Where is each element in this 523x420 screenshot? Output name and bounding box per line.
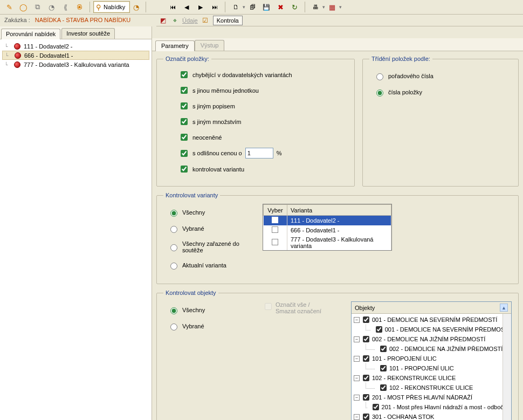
collapse-icon[interactable]: − bbox=[354, 356, 360, 362]
obj-checkbox[interactable] bbox=[363, 375, 369, 381]
tool-swirl-icon[interactable]: ֎ bbox=[73, 1, 85, 13]
chk-sjinymnozstvim[interactable]: s jiným množstvím bbox=[178, 116, 348, 127]
rad-obj-vsechny-input[interactable] bbox=[170, 307, 177, 314]
collapse-icon[interactable]: − bbox=[354, 336, 360, 342]
obj-tree-child[interactable]: 101 - PROPOJENÍ ULIC bbox=[353, 363, 510, 373]
tab-investor[interactable]: Investor soutěže bbox=[61, 28, 115, 39]
tab-parametry[interactable]: Parametry bbox=[155, 40, 195, 51]
rad-var-vsechny[interactable]: Všechny bbox=[168, 208, 255, 217]
obj-tree-child[interactable]: 201 - Most přes Hlavní nádraží a most - … bbox=[353, 402, 510, 412]
save-icon[interactable]: 💾 bbox=[260, 1, 272, 13]
chk-sjinympopisem[interactable]: s jiným popisem bbox=[178, 101, 348, 111]
nav-last-icon[interactable]: ⏭ bbox=[209, 1, 221, 13]
rad-var-zarazene[interactable]: Všechny zařazené do soutěže bbox=[168, 240, 255, 253]
rtool-red-icon[interactable]: ◩ bbox=[159, 16, 167, 25]
chk-sjinoumj-box[interactable] bbox=[181, 87, 188, 94]
input-percent[interactable] bbox=[245, 148, 273, 159]
rad-cisla-input[interactable] bbox=[376, 89, 383, 97]
collapse-icon[interactable]: − bbox=[354, 375, 360, 381]
obj-checkbox[interactable] bbox=[363, 414, 369, 420]
obj-checkbox[interactable] bbox=[373, 404, 379, 410]
table-row[interactable]: 666 - Dodavatel1 - bbox=[264, 225, 391, 235]
chk-sodlisnou-box[interactable] bbox=[181, 150, 188, 157]
tool-pencil-icon[interactable]: ✎ bbox=[3, 1, 15, 13]
obj-tree-parent[interactable]: −201 - MOST PŘES HLAVNÍ NÁDRAŽÍ bbox=[353, 393, 510, 402]
obj-checkbox[interactable] bbox=[363, 336, 369, 342]
chk-sjinymnozstvim-box[interactable] bbox=[181, 118, 188, 125]
chk-kontrolovat-box[interactable] bbox=[181, 166, 188, 173]
right-toolrow: ◩ ⌖ Údaje ☑ Kontrola bbox=[156, 15, 523, 26]
table-row[interactable]: 777 - Dodavatel3 - Kalkulovaná varianta bbox=[264, 235, 391, 250]
obj-tree-parent[interactable]: −102 - REKONSTRUKCE ULICE bbox=[353, 373, 510, 383]
chk-sjinympopisem-box[interactable] bbox=[181, 102, 188, 109]
chk-sjinoumj[interactable]: s jinou měrnou jednotkou bbox=[178, 85, 348, 95]
nabidky-pie-button[interactable]: ◔ bbox=[130, 1, 142, 13]
tree-item[interactable]: └ 666 - Dodavatel1 - bbox=[2, 51, 149, 60]
main-toolbar: ✎ ◯ ⧉ ◔ ⟪ ֎ ⚲ Nabídky ◔ ⏮ ◀ ▶ ⏭ 🗋 ▾ 🗐 💾 … bbox=[0, 0, 523, 15]
rad-poradoveho-input[interactable] bbox=[376, 73, 383, 80]
delete-icon[interactable]: ✖ bbox=[274, 1, 286, 13]
nav-prev-icon[interactable]: ◀ bbox=[181, 1, 192, 13]
obj-tree-parent[interactable]: −001 - DEMOLICE NA SEVERNÍM PŘEDMOSTÍ bbox=[353, 315, 510, 325]
tab-vystup[interactable]: Výstup bbox=[195, 40, 225, 51]
collapse-icon[interactable]: − bbox=[354, 317, 360, 323]
obj-tree-parent[interactable]: −002 - DEMOLICE NA JIŽNÍM PŘEDMOSTÍ bbox=[353, 334, 510, 344]
apps-icon[interactable]: ▦ bbox=[326, 1, 338, 13]
rad-var-vsechny-input[interactable] bbox=[170, 210, 177, 217]
chk-neocenene[interactable]: neoceněné bbox=[178, 132, 348, 142]
obj-tree-child[interactable]: 002 - DEMOLICE NA JIŽNÍM PŘEDMOSTÍ bbox=[353, 344, 510, 354]
obj-tree-child[interactable]: 001 - DEMOLICE NA SEVERNÍM PŘEDMOSTÍ bbox=[353, 325, 510, 334]
chk-neocenene-box[interactable] bbox=[181, 134, 188, 141]
rad-var-vybrane-input[interactable] bbox=[170, 226, 177, 233]
chk-kontrolovat[interactable]: kontrolovat variantu bbox=[178, 164, 348, 174]
row-check-icon[interactable] bbox=[272, 226, 278, 233]
scrollbar-track[interactable] bbox=[503, 314, 511, 420]
scroll-up-icon[interactable]: ▲ bbox=[500, 304, 508, 312]
kontrola-link[interactable]: Kontrola bbox=[213, 16, 243, 25]
row-check-icon[interactable] bbox=[272, 217, 278, 223]
obj-checkbox[interactable] bbox=[376, 326, 382, 333]
th-vyber[interactable]: Vyber bbox=[264, 205, 287, 216]
obj-checkbox[interactable] bbox=[363, 394, 369, 401]
objekty-tree[interactable]: Objekty ▲ −001 - DEMOLICE NA SEVERNÍM PŘ… bbox=[351, 301, 512, 420]
obj-checkbox[interactable] bbox=[363, 316, 369, 323]
rad-poradoveho[interactable]: pořadového čísla bbox=[374, 72, 512, 80]
rad-obj-vsechny[interactable]: Všechny bbox=[168, 306, 255, 314]
collapse-icon[interactable]: − bbox=[354, 414, 360, 420]
rtool-green-icon[interactable]: ⌖ bbox=[170, 16, 179, 25]
rad-var-zarazene-input[interactable] bbox=[170, 244, 177, 251]
copy-icon[interactable]: 🗐 bbox=[246, 1, 258, 13]
rad-var-vybrane[interactable]: Vybrané bbox=[168, 224, 255, 233]
rad-var-aktualni-input[interactable] bbox=[170, 263, 177, 270]
obj-tree-parent[interactable]: −301 - OCHRANA STOK bbox=[353, 412, 510, 420]
table-row[interactable]: 111 - Dodavatel2 - bbox=[264, 216, 391, 226]
chk-chybejici-box[interactable] bbox=[181, 71, 188, 78]
tree-item[interactable]: └ 111 - Dodavatel2 - bbox=[2, 42, 149, 51]
th-varianta[interactable]: Varianta bbox=[287, 205, 391, 216]
chk-sodlisnou[interactable]: s odlišnou cenou o % bbox=[178, 148, 348, 159]
nav-first-icon[interactable]: ⏮ bbox=[167, 1, 178, 13]
rad-obj-vybrane[interactable]: Vybrané bbox=[168, 322, 255, 331]
rad-cisla[interactable]: čísla položky bbox=[374, 88, 512, 97]
rad-var-aktualni[interactable]: Aktualní varianta bbox=[168, 261, 255, 270]
tab-porovnani[interactable]: Porovnání nabídek bbox=[1, 29, 60, 39]
obj-checkbox[interactable] bbox=[380, 365, 387, 371]
obj-tree-parent[interactable]: −101 - PROPOJENÍ ULIC bbox=[353, 354, 510, 363]
tool-ring-icon[interactable]: ◯ bbox=[17, 1, 29, 13]
nav-next-icon[interactable]: ▶ bbox=[195, 1, 207, 13]
print-icon[interactable]: 🖶 bbox=[309, 1, 321, 13]
obj-checkbox[interactable] bbox=[380, 384, 387, 391]
variant-table[interactable]: Vyber Varianta 111 - Dodavatel2 - 666 - … bbox=[263, 204, 392, 251]
obj-tree-child[interactable]: 102 - REKONSTRUKCE ULICE bbox=[353, 383, 510, 393]
rad-obj-vybrane-input[interactable] bbox=[170, 323, 177, 331]
obj-checkbox[interactable] bbox=[380, 346, 387, 352]
new-doc-icon[interactable]: 🗋 bbox=[230, 1, 242, 13]
refresh-icon[interactable]: ↻ bbox=[288, 1, 300, 13]
udaje-link[interactable]: Údaje bbox=[182, 17, 198, 24]
tree-item[interactable]: └ 777 - Dodavatel3 - Kalkulovaná variant… bbox=[2, 60, 149, 69]
row-check-icon[interactable] bbox=[272, 239, 278, 245]
obj-checkbox[interactable] bbox=[363, 355, 369, 362]
collapse-icon[interactable]: − bbox=[354, 395, 360, 401]
chk-chybejici[interactable]: chybějící v dodavatelských variantách bbox=[178, 70, 348, 80]
nabidky-button[interactable]: ⚲ Nabídky bbox=[93, 1, 130, 13]
